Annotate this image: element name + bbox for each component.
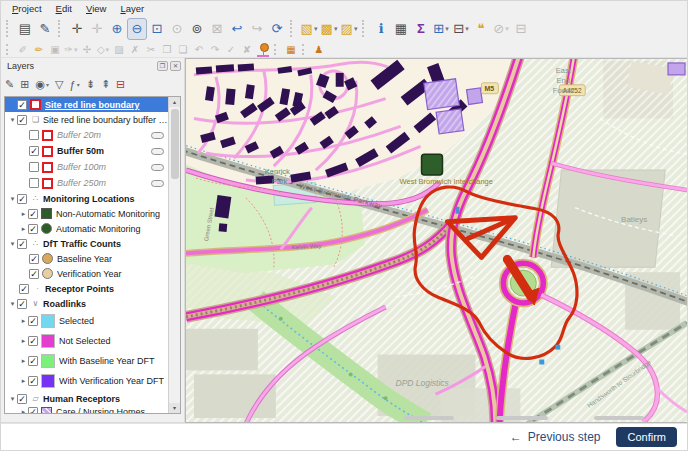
cut-features-button[interactable]: ✂ bbox=[143, 43, 159, 57]
layer-row-not-selected[interactable]: ▸ ✓ Not Selected bbox=[5, 331, 168, 351]
menu-view[interactable]: View bbox=[79, 2, 113, 15]
menu-layer[interactable]: Layer bbox=[113, 2, 151, 15]
toolbar-handle[interactable] bbox=[274, 44, 280, 55]
group-checkbox[interactable]: ✓ bbox=[17, 299, 27, 309]
scroll-down-icon[interactable]: ▾ bbox=[169, 403, 180, 413]
group-row-human-receptors[interactable]: ▾ ✓ ▱ Human Receptors bbox=[5, 391, 168, 406]
expander-icon[interactable]: ▸ bbox=[19, 357, 28, 365]
expander-icon[interactable]: ▸ bbox=[19, 408, 28, 413]
toolbar-handle[interactable] bbox=[58, 20, 64, 38]
rollback-button[interactable]: ✘ bbox=[239, 43, 255, 57]
group-checkbox[interactable]: ✓ bbox=[17, 239, 27, 249]
remove-layer-button[interactable]: ⊟ bbox=[116, 78, 125, 91]
collapse-all-button[interactable]: ⇞ bbox=[101, 78, 110, 91]
zoom-out-button[interactable]: ⊖ bbox=[127, 18, 147, 40]
layer-row-site-red-line-boundary[interactable]: ✓ Site red line boundary bbox=[5, 97, 168, 112]
zoom-next-button[interactable]: ↪ bbox=[247, 18, 267, 40]
layer-styling-button[interactable]: ✎ bbox=[5, 78, 14, 91]
layer-checkbox[interactable] bbox=[29, 162, 39, 172]
layer-checkbox[interactable]: ✓ bbox=[28, 407, 38, 413]
layer-row-baseline-year[interactable]: ✓ Baseline Year bbox=[5, 251, 168, 266]
select-by-expression-button[interactable]: ▨▾ bbox=[339, 18, 359, 40]
map-canvas[interactable]: Kenrick Park West Bromwich Parkway West … bbox=[185, 58, 687, 423]
map-tips-button[interactable]: ❝ bbox=[471, 18, 491, 40]
layer-checkbox[interactable]: ✓ bbox=[29, 146, 39, 156]
add-feature-button[interactable]: ✑▾ bbox=[63, 43, 79, 57]
delete-selected-button[interactable]: ✗ bbox=[127, 43, 143, 57]
current-edits-button[interactable]: ✐ bbox=[15, 43, 31, 57]
scroll-up-icon[interactable]: ▴ bbox=[169, 97, 180, 107]
layer-row-buffer-250m[interactable]: Buffer 250m bbox=[5, 175, 168, 191]
filter-expression-button[interactable]: ƒ▾ bbox=[70, 79, 80, 91]
search-button[interactable]: ⊘▾ bbox=[491, 18, 511, 40]
pan-map-button[interactable]: ✛ bbox=[67, 18, 87, 40]
zoom-in-button[interactable]: ⊕ bbox=[107, 18, 127, 40]
expander-icon[interactable]: ▸ bbox=[19, 225, 28, 233]
scale-visibility-indicator[interactable] bbox=[151, 148, 164, 155]
map-themes-button[interactable]: ◉▾ bbox=[35, 78, 49, 91]
expander-icon[interactable]: ▾ bbox=[8, 240, 17, 248]
layer-checkbox[interactable]: ✓ bbox=[19, 284, 29, 294]
street-view-button[interactable]: ♟ bbox=[311, 43, 327, 57]
layer-row-with-baseline-year-dft[interactable]: ▸ ✓ With Baseline Year DFT bbox=[5, 351, 168, 371]
scale-visibility-indicator[interactable] bbox=[151, 180, 164, 187]
layer-row-with-verification-year-dft[interactable]: ▸ ✓ With Verification Year DFT bbox=[5, 371, 168, 391]
group-checkbox[interactable]: ✓ bbox=[17, 394, 27, 404]
expander-icon[interactable]: ▾ bbox=[8, 300, 17, 308]
redo-button[interactable]: ↷ bbox=[207, 43, 223, 57]
scrollbar-thumb[interactable] bbox=[171, 109, 179, 179]
layer-row-selected[interactable]: ▸ ✓ Selected bbox=[5, 311, 168, 331]
vertex-tool-button[interactable]: ◇▾ bbox=[95, 43, 111, 57]
scale-visibility-indicator[interactable] bbox=[151, 132, 164, 139]
toolbar-handle[interactable] bbox=[362, 20, 368, 38]
expander-icon[interactable]: ▸ bbox=[19, 210, 28, 218]
confirm-button[interactable]: Confirm bbox=[616, 427, 677, 447]
refresh-map-button[interactable]: ⟳ bbox=[267, 18, 287, 40]
identify-features-button[interactable]: ℹ bbox=[371, 18, 391, 40]
expand-all-button[interactable]: ⇟ bbox=[86, 78, 95, 91]
menu-edit[interactable]: Edit bbox=[49, 2, 79, 15]
expander-icon[interactable]: ▾ bbox=[8, 116, 17, 124]
pan-to-selection-button[interactable]: ✛ bbox=[87, 18, 107, 40]
expander-icon[interactable]: ▸ bbox=[19, 317, 28, 325]
measure-button[interactable]: ⊟▾ bbox=[451, 18, 471, 40]
measure-line-button[interactable]: ⊟ bbox=[511, 18, 531, 40]
save-edits-button[interactable]: ▣ bbox=[47, 43, 63, 57]
zoom-native-button[interactable]: ⊠ bbox=[207, 18, 227, 40]
deselect-features-button[interactable]: ▩▾ bbox=[319, 18, 339, 40]
expander-icon[interactable]: ▸ bbox=[19, 377, 28, 385]
float-panel-button[interactable]: ❐ bbox=[157, 61, 168, 71]
menu-project[interactable]: Project bbox=[5, 2, 49, 15]
modify-attributes-button[interactable]: ▨ bbox=[111, 43, 127, 57]
new-project-button[interactable]: ▤ bbox=[15, 18, 35, 40]
layer-checkbox[interactable]: ✓ bbox=[28, 376, 38, 386]
zoom-to-layer-button[interactable]: ⊚ bbox=[187, 18, 207, 40]
add-group-button[interactable]: ⊞ bbox=[20, 78, 29, 91]
field-calculator-button[interactable]: ⊞▾ bbox=[431, 18, 451, 40]
select-features-button[interactable]: ▧▾ bbox=[299, 18, 319, 40]
copy-features-button[interactable]: ❐ bbox=[159, 43, 175, 57]
toolbar-handle[interactable] bbox=[6, 20, 12, 38]
paste-features-button[interactable]: ❏ bbox=[175, 43, 191, 57]
expander-icon[interactable]: ▾ bbox=[8, 395, 17, 403]
group-row-roadlinks[interactable]: ▾ ✓ ∨ Roadlinks bbox=[5, 296, 168, 311]
annotation-pin-button[interactable] bbox=[255, 43, 271, 57]
close-panel-button[interactable]: ✕ bbox=[170, 61, 181, 71]
group-checkbox[interactable]: ✓ bbox=[17, 115, 27, 125]
move-feature-button[interactable]: ✢ bbox=[79, 43, 95, 57]
toggle-editing-button[interactable]: ✏ bbox=[31, 43, 47, 57]
statistics-button[interactable]: Σ bbox=[411, 18, 431, 40]
layer-row-verification-year[interactable]: ✓ Verification Year bbox=[5, 266, 168, 281]
layer-checkbox[interactable]: ✓ bbox=[29, 269, 39, 279]
toolbar-handle[interactable] bbox=[6, 44, 12, 55]
layer-row-automatic-monitoring[interactable]: ▸ ✓ Automatic Monitoring bbox=[5, 221, 168, 236]
commit-button[interactable]: ✓ bbox=[223, 43, 239, 57]
undo-button[interactable]: ↶ bbox=[191, 43, 207, 57]
layer-row-buffer-100m[interactable]: Buffer 100m bbox=[5, 159, 168, 175]
group-checkbox[interactable]: ✓ bbox=[17, 194, 27, 204]
group-row-monitoring-locations[interactable]: ▾ ✓ ∴ Monitoring Locations bbox=[5, 191, 168, 206]
layer-row-non-automatic-monitoring[interactable]: ▸ ✓ Non-Automatic Monitoring bbox=[5, 206, 168, 221]
tree-scrollbar[interactable]: ▴ ▾ bbox=[168, 97, 180, 413]
layer-checkbox[interactable] bbox=[29, 178, 39, 188]
layer-row-care-nursing-homes[interactable]: ▸ ✓ Care / Nursing Homes bbox=[5, 406, 168, 413]
